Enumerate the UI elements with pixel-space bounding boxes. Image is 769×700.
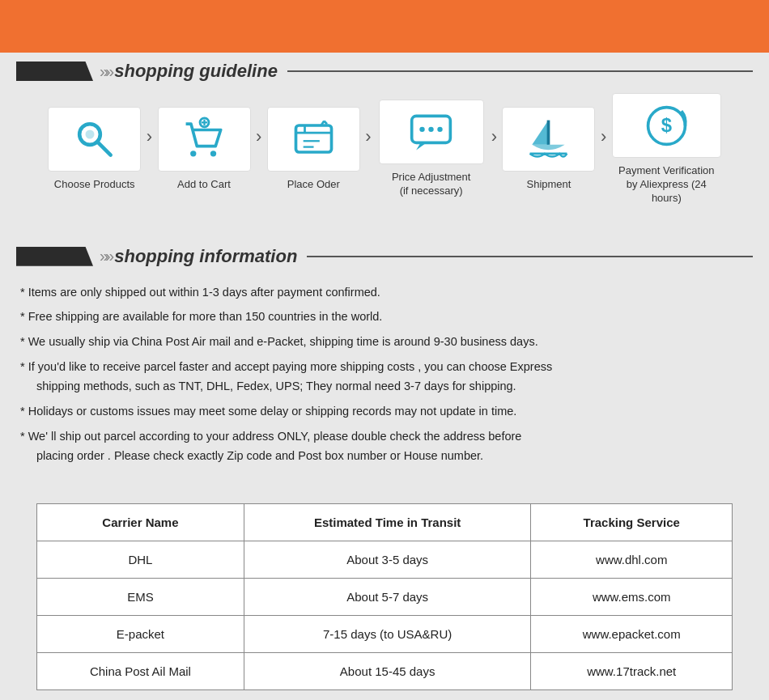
- title-bar-dark: [16, 62, 93, 81]
- steps-container: Choose Products › Add to Cart ›: [16, 85, 753, 222]
- time-chinapost: About 15-45 days: [244, 652, 531, 689]
- table-header-row: Carrier Name Estimated Time in Transit T…: [37, 503, 733, 541]
- col-tracking: Tracking Service: [531, 503, 733, 541]
- ship-icon: [526, 117, 571, 161]
- step-label-3: Place Oder: [287, 178, 340, 192]
- step-icon-box-2: [158, 107, 251, 172]
- svg-point-2: [86, 130, 95, 139]
- svg-line-14: [324, 121, 327, 125]
- table-row: E-packet 7-15 days (to USA&RU) www.epack…: [37, 615, 733, 652]
- shipping-table-wrap: Carrier Name Estimated Time in Transit T…: [0, 499, 769, 700]
- table-row: EMS About 5-7 days www.ems.com: [37, 578, 733, 615]
- svg-point-4: [210, 151, 215, 157]
- guideline-section: Choose Products › Add to Cart ›: [0, 85, 769, 238]
- svg-point-17: [419, 127, 424, 132]
- tracking-dhl: www.dhl.com: [531, 541, 733, 578]
- orange-header: [0, 0, 769, 53]
- step-label-1: Choose Products: [54, 178, 135, 192]
- info-title-line: [307, 256, 753, 257]
- step-icon-box-1: [48, 107, 141, 172]
- carrier-ems: EMS: [37, 578, 244, 615]
- search-icon: [72, 117, 117, 161]
- arrow-2: ›: [256, 126, 261, 147]
- info-section: * Items are only shipped out within 1-3 …: [0, 270, 769, 499]
- arrow-4: ›: [491, 126, 497, 147]
- chat-icon: [409, 110, 453, 155]
- step-label-4: Price Adjustment(if necessary): [379, 171, 484, 198]
- step-label-2: Add to Cart: [177, 178, 231, 192]
- table-row: China Post Ail Mail About 15-45 days www…: [37, 652, 733, 689]
- info-line-4: * If you'd like to receive parcel faster…: [20, 357, 749, 397]
- step-shipment: Shipment: [500, 107, 597, 192]
- carrier-dhl: DHL: [37, 541, 244, 578]
- step-choose-products: Choose Products: [46, 107, 143, 192]
- svg-text:$: $: [661, 113, 672, 135]
- guideline-title-line: [287, 70, 753, 72]
- cart-icon: [182, 117, 227, 161]
- info-title: shopping information: [114, 246, 297, 267]
- arrow-3: ›: [365, 126, 371, 147]
- info-bar-dark: [16, 247, 93, 266]
- tracking-chinapost: www.17track.net: [531, 652, 733, 689]
- payment-icon: $: [644, 104, 689, 148]
- step-label-6: Payment Verificationby Aliexpress (24 ho…: [612, 164, 721, 206]
- step-icon-box-4: [379, 100, 484, 164]
- col-time: Estimated Time in Transit: [244, 503, 531, 541]
- info-content: * Items are only shipped out within 1-3 …: [16, 270, 753, 483]
- svg-rect-21: [547, 121, 550, 145]
- tracking-epacket: www.epacket.com: [531, 615, 733, 652]
- step-label-5: Shipment: [527, 178, 571, 192]
- info-line-6: * We' ll ship out parcel according to yo…: [20, 426, 749, 466]
- info-line-5: * Holidays or customs issues may meet so…: [20, 401, 749, 422]
- guideline-title: shopping guideline: [114, 61, 278, 82]
- svg-marker-20: [533, 121, 549, 145]
- info-line-4b: shipping methods, such as TNT, DHL, Fede…: [20, 380, 516, 392]
- info-line-2: * Free shipping are available for more t…: [20, 307, 749, 327]
- shipping-table: Carrier Name Estimated Time in Transit T…: [36, 503, 733, 690]
- carrier-epacket: E-packet: [37, 615, 244, 652]
- time-epacket: 7-15 days (to USA&RU): [244, 615, 531, 652]
- table-row: DHL About 3-5 days www.dhl.com: [37, 541, 733, 578]
- info-bar-chevrons: »»: [100, 247, 111, 265]
- step-price-adjustment: Price Adjustment(if necessary): [375, 100, 488, 198]
- svg-rect-8: [295, 125, 331, 152]
- time-dhl: About 3-5 days: [244, 541, 531, 578]
- step-icon-box-3: [267, 107, 360, 172]
- step-payment-verification: $ Payment Verificationby Aliexpress (24 …: [610, 93, 723, 206]
- info-line-1: * Items are only shipped out within 1-3 …: [20, 282, 749, 303]
- svg-point-3: [190, 151, 196, 157]
- tracking-ems: www.ems.com: [531, 578, 733, 615]
- info-title-bar: »» shopping information: [0, 238, 769, 270]
- arrow-1: ›: [147, 126, 152, 147]
- info-line-6b: placing order . Please check exactly Zip…: [20, 449, 483, 462]
- arrow-5: ›: [601, 126, 606, 147]
- svg-point-18: [428, 127, 433, 132]
- step-icon-box-6: $: [612, 93, 721, 158]
- carrier-chinapost: China Post Ail Mail: [37, 652, 244, 689]
- svg-point-19: [437, 127, 442, 132]
- svg-line-1: [97, 142, 111, 156]
- step-place-order: Place Oder: [265, 107, 362, 192]
- step-icon-box-5: [502, 107, 595, 172]
- time-ems: About 5-7 days: [244, 578, 531, 615]
- info-line-3: * We usually ship via China Post Air mai…: [20, 332, 749, 352]
- col-carrier: Carrier Name: [37, 503, 244, 541]
- step-add-to-cart: Add to Cart: [155, 107, 253, 192]
- guideline-title-bar: »» shopping guideline: [0, 53, 769, 85]
- tag-icon: [291, 117, 336, 161]
- title-bar-chevrons: »»: [100, 62, 111, 81]
